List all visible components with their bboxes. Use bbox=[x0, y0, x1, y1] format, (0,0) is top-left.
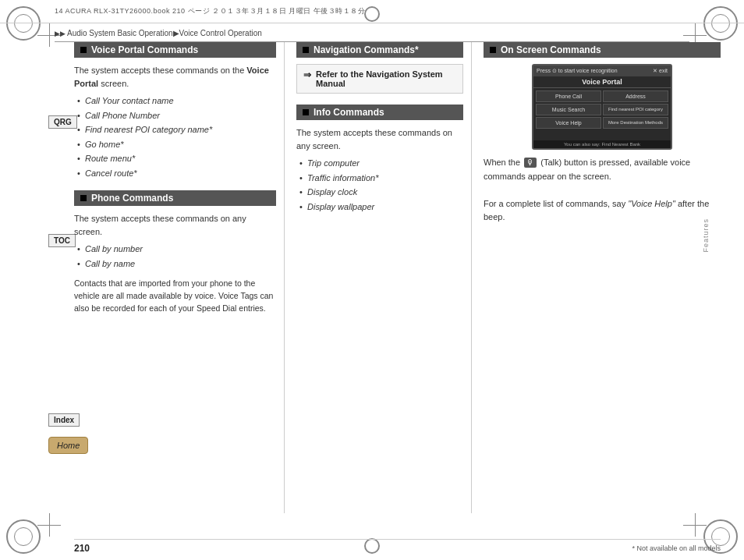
print-info-text: 14 ACURA RLX-31TY26000.book 210 ページ ２０１３… bbox=[55, 6, 365, 16]
screen-menu-item: Phone Call bbox=[536, 90, 601, 102]
screen-header-right: ✕ exit bbox=[653, 68, 668, 74]
breadcrumb: ▶▶ Audio System Basic Operation▶Voice Co… bbox=[55, 25, 689, 42]
list-item: Cancel route* bbox=[74, 167, 276, 180]
list-item: Call Phone Number bbox=[74, 109, 276, 122]
left-column: Voice Portal Commands The system accepts… bbox=[74, 42, 285, 513]
list-item: Display clock bbox=[296, 186, 463, 199]
list-item: Display wallpaper bbox=[296, 200, 463, 214]
screen-menu-item: Address bbox=[603, 90, 668, 102]
info-commands-bullet-list: Trip computer Traffic information* Displ… bbox=[296, 157, 463, 213]
print-header: 14 ACURA RLX-31TY26000.book 210 ページ ２０１３… bbox=[0, 0, 744, 23]
info-commands-header: Info Commands bbox=[296, 105, 463, 120]
navigation-commands-header: Navigation Commands* bbox=[296, 42, 463, 58]
desc-quote: "Voice Help" bbox=[628, 199, 675, 208]
contacts-note: Contacts that are imported from your pho… bbox=[74, 278, 276, 314]
phone-commands-intro: The system accepts these commands on any… bbox=[74, 212, 276, 238]
main-content: Voice Portal Commands The system accepts… bbox=[74, 42, 721, 529]
talk-icon: 🎙 bbox=[524, 158, 537, 168]
breadcrumb-arrow: ▶▶ bbox=[55, 30, 66, 37]
desc-when: When the bbox=[484, 158, 520, 167]
sidebar-item-toc[interactable]: TOC bbox=[48, 234, 76, 247]
nav-arrow-icon: ⇒ bbox=[303, 69, 311, 80]
list-item: Trip computer bbox=[296, 157, 463, 170]
list-item: Go home* bbox=[74, 138, 276, 151]
middle-column: Navigation Commands* ⇒ Refer to the Navi… bbox=[285, 42, 472, 513]
desc-complete: For a complete list of commands, say bbox=[484, 199, 628, 208]
breadcrumb-text: Audio System Basic Operation▶Voice Contr… bbox=[67, 29, 262, 37]
page-number: 210 bbox=[74, 543, 90, 554]
voice-portal-bullet-list: Call Your contact name Call Phone Number… bbox=[74, 94, 276, 179]
screen-simulation: Press ⊙ to start voice recognition ✕ exi… bbox=[532, 64, 672, 150]
screen-menu-item: Voice Help bbox=[536, 117, 601, 129]
screen-menu-grid: Phone Call Address Music Search Find nea… bbox=[533, 88, 671, 131]
qrg-tab-label: QRG bbox=[48, 115, 77, 129]
list-item: Call by name bbox=[74, 257, 276, 271]
screen-menu-item: Find nearest POI category bbox=[603, 104, 668, 115]
list-item: Route menu* bbox=[74, 152, 276, 165]
page-footer: 210 * Not available on all models bbox=[74, 539, 721, 554]
screen-header-left: Press ⊙ to start voice recognition bbox=[537, 68, 618, 74]
list-item: Traffic information* bbox=[296, 172, 463, 185]
phone-commands-header: Phone Commands bbox=[74, 190, 276, 206]
info-commands-intro: The system accepts these commands on any… bbox=[296, 126, 463, 152]
corner-ornament-bl bbox=[6, 519, 41, 554]
screen-menu-item: Music Search bbox=[536, 104, 601, 115]
toc-tab-label: TOC bbox=[48, 234, 76, 247]
screen-header-bar: Press ⊙ to start voice recognition ✕ exi… bbox=[533, 66, 671, 76]
phone-commands-bullet-list: Call by number Call by name bbox=[74, 243, 276, 270]
list-item: Call by number bbox=[74, 243, 276, 256]
list-item: Find nearest POI category name* bbox=[74, 123, 276, 136]
right-column: On Screen Commands Press ⊙ to start voic… bbox=[472, 42, 721, 513]
voice-portal-header: Voice Portal Commands bbox=[74, 42, 276, 58]
on-screen-description: When the 🎙 (Talk) button is pressed, ava… bbox=[484, 156, 721, 225]
nav-ref-text: Refer to the Navigation System Manual bbox=[316, 69, 456, 88]
screen-menu-item: More Destination Methods bbox=[603, 117, 668, 129]
list-item: Call Your contact name bbox=[74, 94, 276, 108]
navigation-ref-box: ⇒ Refer to the Navigation System Manual bbox=[296, 64, 463, 94]
screen-title: Voice Portal bbox=[533, 76, 671, 88]
screen-bottom-bar: You can also say: Find Nearest Bank bbox=[533, 140, 671, 148]
on-screen-commands-header: On Screen Commands bbox=[484, 42, 721, 58]
voice-portal-intro: The system accepts these commands on the… bbox=[74, 64, 276, 90]
info-commands-body: The system accepts these commands on any… bbox=[296, 126, 463, 213]
page-footnote: * Not available on all models bbox=[632, 544, 721, 552]
sidebar-item-qrg[interactable]: QRG bbox=[48, 115, 77, 129]
phone-commands-body: The system accepts these commands on any… bbox=[74, 212, 276, 314]
crosshair-bl bbox=[37, 513, 61, 537]
voice-portal-body: The system accepts these commands on the… bbox=[74, 64, 276, 179]
